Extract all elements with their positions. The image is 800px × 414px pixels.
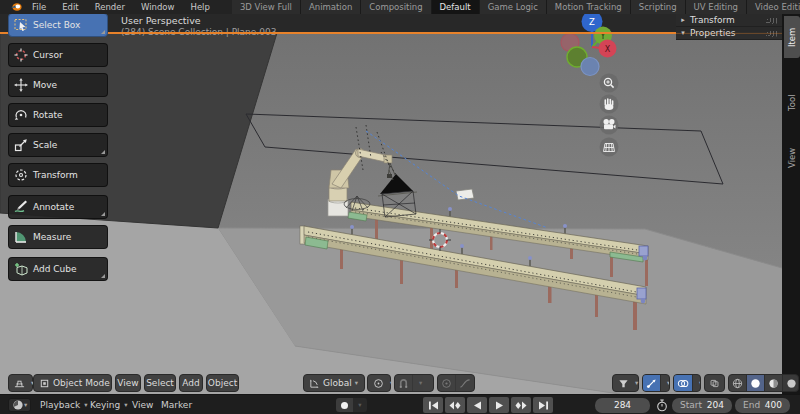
menu-render[interactable]: Render — [95, 2, 125, 12]
tab-motion-tracking[interactable]: Motion Tracking — [547, 0, 631, 14]
tool-move[interactable]: Move — [8, 73, 108, 97]
sidebar-tab-tool[interactable]: Tool — [784, 84, 800, 122]
tab-compositing[interactable]: Compositing — [361, 0, 431, 14]
object-menu-label: Object — [208, 378, 237, 388]
transform-orientation-selector[interactable]: Global ▾ — [303, 374, 365, 392]
keying-menu[interactable]: Keying ▾ — [90, 398, 128, 412]
frame-end-field[interactable]: End 400 — [735, 398, 790, 413]
viewport-3d[interactable]: Z Y X — [0, 14, 800, 394]
cursor-tool-icon — [9, 48, 33, 62]
tab-scripting[interactable]: Scripting — [631, 0, 686, 14]
auto-keying-toggle[interactable] — [336, 398, 353, 412]
tab-3d-view-full[interactable]: 3D View Full — [232, 0, 301, 14]
add-cube-icon — [9, 262, 33, 276]
xray-toggle[interactable] — [704, 374, 725, 392]
move-icon — [9, 78, 33, 92]
panel-transform[interactable]: ▸ Transform — [676, 14, 782, 27]
tool-annotate[interactable]: Annotate — [8, 195, 108, 219]
editor-type-button[interactable]: ▾ — [8, 374, 33, 392]
playback-menu[interactable]: Playback ▾ — [40, 398, 87, 412]
frame-start-field[interactable]: Start 204 — [672, 398, 732, 413]
tool-transform[interactable]: Transform — [8, 163, 108, 187]
blender-logo-icon[interactable] — [10, 2, 22, 12]
shading-solid-button[interactable] — [746, 374, 764, 392]
accent-line-overlay — [676, 33, 782, 34]
chevron-down-icon: ▾ — [355, 380, 358, 387]
object-mode-icon — [39, 378, 50, 389]
tool-add-cube[interactable]: Add Cube — [8, 257, 108, 281]
pivot-point-icon — [373, 378, 384, 389]
menu-edit[interactable]: Edit — [62, 2, 78, 12]
auto-keying-dropdown[interactable]: ▾ — [353, 398, 367, 412]
view-menu[interactable]: View — [115, 374, 141, 392]
topbar: File Edit Render Window Help 3D View Ful… — [0, 0, 800, 14]
play-reverse-button[interactable] — [467, 397, 487, 413]
tool-cursor[interactable]: Cursor — [8, 43, 108, 67]
tool-measure[interactable]: Measure — [8, 225, 108, 249]
keying-menu-label: Keying — [90, 400, 120, 410]
tab-video-editing[interactable]: Video Editing — [747, 0, 800, 14]
overlays-dropdown[interactable]: ▾ — [692, 374, 701, 392]
show-gizmo-toggle[interactable] — [643, 374, 660, 392]
snapping-controls[interactable]: ▾ — [394, 374, 434, 392]
rendered-shading-icon — [786, 378, 797, 389]
shading-material-button[interactable] — [764, 374, 782, 392]
select-menu[interactable]: Select — [144, 374, 176, 392]
menu-file[interactable]: File — [32, 2, 46, 12]
play-icon — [495, 401, 504, 410]
sidebar-tab-item[interactable]: Item — [784, 16, 800, 58]
mode-selector[interactable]: Object Mode ▾ — [33, 374, 112, 392]
drag-handle-icon[interactable] — [766, 18, 778, 24]
jump-end-icon — [538, 401, 549, 410]
object-visibility-selector[interactable]: ▾ — [612, 374, 639, 392]
jump-to-start-button[interactable] — [423, 397, 443, 413]
material-preview-icon — [768, 378, 779, 389]
pivot-point-selector[interactable]: ▾ — [367, 374, 391, 392]
timeline-view-menu[interactable]: View — [132, 398, 153, 412]
zoom-button[interactable] — [600, 74, 619, 93]
pan-button[interactable] — [600, 95, 619, 114]
object-menu[interactable]: Object — [206, 374, 239, 392]
shading-mode-controls: ▾ — [728, 374, 799, 392]
tool-label: Annotate — [33, 202, 74, 212]
snap-magnet-icon[interactable] — [395, 374, 412, 392]
tool-scale[interactable]: Scale — [8, 133, 108, 157]
shading-rendered-button[interactable] — [782, 374, 799, 392]
next-keyframe-button[interactable] — [511, 397, 531, 413]
current-frame-field[interactable]: 284 — [595, 398, 650, 413]
tool-select-box[interactable]: Select Box — [8, 13, 108, 37]
shading-wireframe-button[interactable] — [729, 374, 746, 392]
gizmo-dropdown[interactable]: ▾ — [660, 374, 670, 392]
tool-rotate[interactable]: Rotate — [8, 103, 108, 127]
proportional-editing-icon[interactable] — [438, 374, 455, 392]
scale-icon — [9, 138, 33, 152]
tab-game-logic[interactable]: Game Logic — [480, 0, 547, 14]
add-menu[interactable]: Add — [179, 374, 203, 392]
marker-menu[interactable]: Marker — [161, 398, 192, 412]
proportional-editing-controls[interactable] — [437, 374, 475, 392]
start-label: Start — [680, 400, 702, 410]
sidebar-tab-view[interactable]: View — [784, 136, 800, 180]
gizmo-controls: ▾ — [642, 374, 670, 392]
chevron-down-icon: ▾ — [24, 402, 27, 409]
use-preview-range-toggle[interactable] — [656, 398, 668, 412]
play-button[interactable] — [489, 397, 509, 413]
jump-to-end-button[interactable] — [533, 397, 553, 413]
axis-z-neg-ball[interactable] — [581, 58, 599, 76]
tab-default[interactable]: Default — [432, 0, 480, 14]
show-overlays-toggle[interactable] — [674, 374, 692, 392]
previous-keyframe-button[interactable] — [445, 397, 465, 413]
ortho-toggle-button[interactable] — [600, 138, 619, 157]
tab-uv-editing[interactable]: UV Editing — [686, 0, 747, 14]
tool-label: Measure — [33, 232, 71, 242]
chevron-down-icon: ▾ — [635, 380, 638, 387]
proportional-falloff-icon[interactable] — [455, 374, 474, 392]
timeline-editor-type-button[interactable]: ▾ — [8, 398, 31, 412]
menu-help[interactable]: Help — [190, 2, 209, 12]
camera-view-button[interactable] — [600, 116, 619, 135]
snap-target-dropdown[interactable]: ▾ — [412, 374, 425, 392]
tab-animation[interactable]: Animation — [301, 0, 361, 14]
record-icon — [341, 402, 348, 409]
rotate-icon — [9, 108, 33, 122]
menu-window[interactable]: Window — [141, 2, 175, 12]
